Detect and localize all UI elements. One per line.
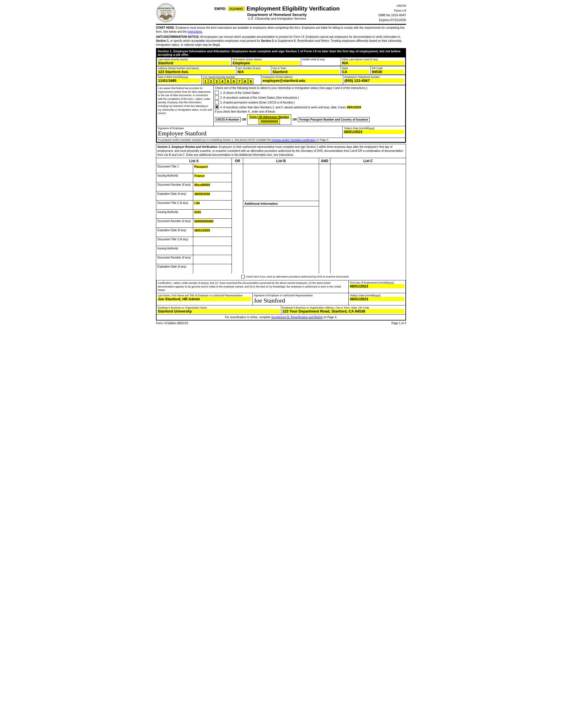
- doc2-issuing-value: DHS: [193, 210, 232, 218]
- reverification-end: on Page 4.: [323, 316, 337, 319]
- ssn-boxes: 1 2 3 4 5 6 7 8 9: [203, 78, 254, 84]
- checkbox3-label: 3. A lawful permanent resident (Enter US…: [220, 101, 294, 104]
- apt-label: Apt. Number (if any): [238, 67, 270, 70]
- or-sep: OR: [232, 158, 243, 164]
- doc3-issuing-field: Issuing Authority: [156, 246, 232, 255]
- phone-value: (650) 123-4567: [344, 78, 404, 83]
- first-day-value: 08/01/2023: [350, 284, 404, 288]
- doc1-title-value: Passport: [193, 164, 232, 173]
- address-value: 123 Stanford Ave.: [158, 70, 235, 74]
- doc3-exp-label: Expiration Date (if any): [156, 264, 193, 273]
- docs-list-c: [330, 164, 406, 273]
- doc2-exp-value: 08/01/2026: [193, 228, 232, 237]
- employer-name-value: Joe Stanford, HR Admin: [158, 297, 251, 301]
- omb: OMB No.1615-0047: [378, 13, 406, 18]
- doc2-title-label: Document Title 2 (if any): [156, 200, 193, 209]
- section2-header: Section 2. Employer Review and Verificat…: [156, 144, 406, 158]
- first-name-value: Employee: [233, 61, 300, 65]
- checkbox4-row: ✖ 4. A noncitizen (other than Item Numbe…: [215, 105, 404, 109]
- employer-row: Last Name, First Name and Title of Emplo…: [156, 293, 406, 305]
- org-address-col: Employer's Business or Organization Addr…: [281, 305, 406, 314]
- certification-text: Certification: I attest, under penalty o…: [157, 280, 348, 293]
- page-number: Page 1 of 4: [391, 322, 406, 325]
- doc1-number-value: 00xx00000: [193, 182, 232, 191]
- svg-point-11: [165, 14, 166, 15]
- doc1-issuing-label: Issuing Authority: [156, 173, 193, 182]
- email-label: Employee's Email Address: [263, 76, 342, 78]
- ssn-digit-6: 6: [231, 78, 237, 84]
- doc2-title-field: Document Title 2 (if any) I-94: [156, 200, 232, 210]
- checkbox2[interactable]: [215, 96, 219, 100]
- checkbox2-label: 2. A noncitizen national of the United S…: [220, 96, 299, 99]
- docs-body: Document Title 1 Passport Issuing Author…: [156, 164, 406, 273]
- doc1-title-label: Document Title 1: [156, 164, 193, 173]
- dob-value: 11/01/1985: [158, 78, 200, 83]
- checkbox3[interactable]: [215, 100, 219, 104]
- form94-label: Form I-94 Admission Number: [249, 115, 290, 119]
- header: DEPARTMENT OF HOMELAND SECURITY EMPID: 0…: [156, 3, 406, 25]
- checkbox4[interactable]: ✖: [215, 105, 219, 109]
- first-name-label: First Name (Given Name): [233, 58, 300, 61]
- org-row: Employer's Business or Organization Name…: [156, 305, 406, 315]
- phone-label: Employee's Telephone Number: [344, 76, 404, 78]
- ssn-digit-5: 5: [226, 78, 231, 84]
- doc3-number-value: [193, 255, 232, 264]
- employer-name-label: Last Name, First Name and Title of Emplo…: [158, 294, 251, 297]
- list-c-empty: [330, 164, 406, 201]
- uscis-a-number-label: USCIS A-Number: [215, 117, 241, 122]
- middle-initial-label: Middle Initial (if any): [302, 58, 339, 61]
- doc1-exp-value: 09/09/2030: [193, 191, 232, 200]
- org-name-value: Stanford University: [158, 309, 280, 313]
- checkbox1[interactable]: [215, 91, 219, 95]
- sig-label: Signature of Employee: [158, 127, 341, 130]
- employer-name-col: Last Name, First Name and Title of Emplo…: [157, 293, 253, 305]
- lists-header: List A OR List B AND List C: [156, 158, 406, 164]
- doc3-exp-value: [193, 264, 232, 273]
- ssn-digit-8: 8: [243, 78, 248, 84]
- instructions-link[interactable]: Instructions: [188, 30, 202, 33]
- employer-date-label: Today's Date (mm/dd/yyyy): [350, 294, 404, 297]
- doc1-number-field: Document Number (if any) 00xx00000: [156, 182, 232, 191]
- section1: Section 1. Employee Information and Atte…: [156, 48, 406, 143]
- reverification-link[interactable]: Supplement B, Reverification and Rehire: [272, 316, 323, 319]
- employer-date-value: 08/01/2023: [350, 297, 404, 301]
- attestation-text: I am aware that federal law provides for…: [157, 85, 214, 126]
- ssn-digit-3: 3: [214, 78, 219, 84]
- employer-sig-value: Joe Stanford: [254, 297, 347, 304]
- additional-info-content: [243, 206, 318, 263]
- doc2-issuing-label: Issuing Authority: [156, 210, 193, 218]
- header-dept: Department of Homeland Security: [176, 13, 378, 17]
- work-until-value: 08/01/2026: [347, 106, 361, 109]
- checkbox4-label: 4. A noncitizen (other than Item Numbers…: [220, 106, 346, 109]
- doc1-issuing-value: France: [193, 173, 232, 182]
- doc1-exp-label: Expiration Date (if any): [156, 191, 193, 200]
- state-label: State: [342, 67, 369, 70]
- doc2-number-field: Document Number (if any) 00000000000: [156, 219, 232, 228]
- org-address-value: 123 Your Department Road, Stanford, CA 9…: [282, 309, 405, 313]
- or1-label: OR: [242, 118, 246, 121]
- doc3-number-label: Document Number (if any): [156, 255, 193, 264]
- alt-procedure-label: Check here if you used an alternative pr…: [246, 275, 349, 278]
- checkbox2-row: 2. A noncitizen national of the United S…: [215, 96, 404, 100]
- page-footer: Form I-9 Edition 08/01/23 Page 1 of 4: [156, 322, 406, 325]
- first-day-label: First Day of Employment (mm/dd/yyyy):: [350, 281, 404, 284]
- doc2-exp-field: Expiration Date (if any) 08/01/2026: [156, 228, 232, 237]
- expires: Expires 07/31/2026: [378, 18, 406, 22]
- name-row-table: Last Name (Family Name) Stanford First N…: [157, 57, 405, 66]
- doc3-title-field: Document Title 3 (if any): [156, 237, 232, 246]
- uscis-logo: DEPARTMENT OF HOMELAND SECURITY: [156, 3, 176, 23]
- doc2-issuing-field: Issuing Authority DHS: [156, 210, 232, 219]
- svg-text:HOMELAND: HOMELAND: [160, 10, 172, 12]
- sig-left: Signature of Employee Employee Stanford: [157, 126, 343, 138]
- city-value: Stanford: [273, 70, 339, 74]
- doc1-issuing-field: Issuing Authority France: [156, 173, 232, 182]
- alt-procedure-checkbox[interactable]: [241, 275, 245, 278]
- or2-label: OR: [292, 118, 296, 121]
- doc3-issuing-value: [193, 246, 232, 255]
- other-names-label: Other Last Names Used (if any): [342, 58, 404, 61]
- sig-value: Employee Stanford: [158, 130, 341, 137]
- preparer-link[interactable]: Preparer and/or Translator Certification: [272, 138, 316, 141]
- employer-sig-label: Signature of Employer or Authorized Repr…: [254, 294, 347, 297]
- email-value: employee@stanford.edu: [263, 78, 342, 83]
- docs-and-sep: [319, 164, 330, 273]
